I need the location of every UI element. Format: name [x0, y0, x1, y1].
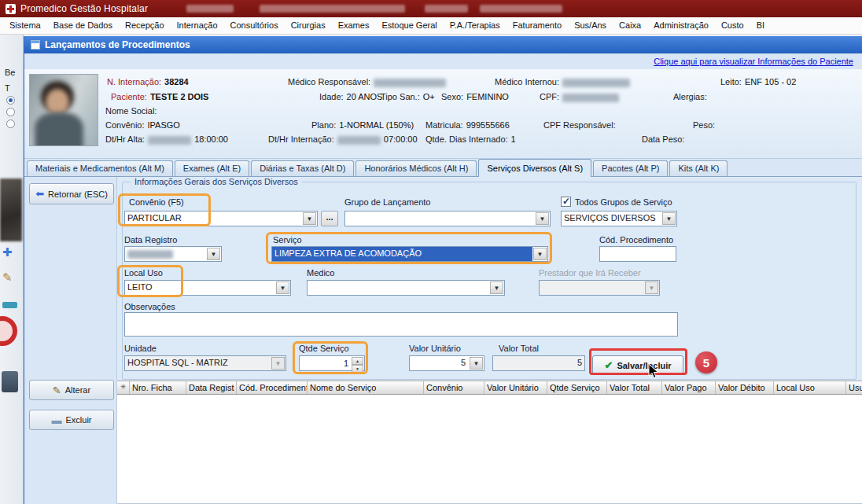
col-local-uso[interactable]: Local Uso [774, 381, 846, 394]
prestador-combo: ▼ [539, 280, 660, 296]
menu-item-base-de-dados[interactable]: Base de Dados [47, 17, 119, 34]
toolbar-icon[interactable] [2, 302, 17, 308]
local-uso-combo[interactable]: LEITO ▼ [124, 280, 291, 296]
app-title: Promedico Gestão Hospitalar [20, 3, 148, 14]
chevron-down-icon[interactable]: ▼ [470, 357, 483, 370]
clock-icon[interactable] [0, 316, 17, 346]
patient-field-matricula: Matricula:999555666 [425, 120, 510, 130]
patient-field-idade: Idade:20 ANOS [319, 92, 382, 101]
servico-combo[interactable]: LIMPEZA EXTRA DE ACOMODAÇÃO ▼ [271, 246, 548, 262]
chevron-down-icon[interactable]: ▼ [533, 248, 547, 260]
spin-up-icon[interactable]: ▲ [352, 357, 363, 365]
menu-item-faturamento[interactable]: Faturamento [507, 17, 568, 34]
patient-field-tipo-sanguineo: Tipo San.:O+ [381, 92, 435, 101]
radio-option[interactable] [6, 120, 15, 128]
tab-materiais-medicamentos[interactable]: Materiais e Medicamentos (Alt M) [27, 160, 173, 176]
menu-item-administracao[interactable]: Administração [647, 17, 715, 34]
col-qtde-servico[interactable]: Qtde Serviço [547, 381, 607, 394]
menu-item-consultorios[interactable]: Consultórios [224, 17, 285, 34]
col-convenio[interactable]: Convênio [424, 381, 484, 394]
tab-honorarios-medicos[interactable]: Honorários Médicos (Alt H) [355, 160, 477, 176]
convenio-browse-button[interactable]: ... [321, 211, 338, 226]
valor-unitario-label: Valor Unitário [409, 344, 461, 353]
redacted-text [480, 5, 562, 13]
patient-field-leito: Leito:ENF 105 - 02 [720, 77, 796, 86]
redacted-text [260, 5, 405, 13]
tab-pacotes[interactable]: Pacotes (Alt P) [593, 160, 668, 176]
col-valor-unitario[interactable]: Valor Unitário [484, 381, 547, 394]
medico-combo[interactable]: ▼ [307, 280, 505, 296]
patient-field-convenio: Convênio:IPASGO [105, 120, 180, 130]
radio-option[interactable] [6, 96, 15, 105]
menu-item-recepcao[interactable]: Recepção [119, 17, 171, 34]
observacoes-label: Observações [124, 302, 175, 311]
patient-field-sexo: Sexo:FEMININO [441, 92, 509, 101]
col-valor-pago[interactable]: Valor Pago [662, 381, 716, 394]
col-valor-debito[interactable]: Valor Débito [716, 381, 774, 394]
patient-field-dt-hr-internacao: Dt/Hr Internação:07:00:00 [268, 134, 418, 145]
observacoes-textarea[interactable] [124, 312, 678, 337]
patient-photo [29, 74, 98, 146]
valor-unitario-combo[interactable]: 5 ▼ [409, 355, 484, 371]
menu-item-internacao[interactable]: Internação [171, 17, 224, 34]
redacted-value [374, 79, 446, 87]
servico-value: LIMPEZA EXTRA DE ACOMODAÇÃO [272, 247, 532, 261]
grupo-lancamento-combo[interactable]: ▼ [344, 211, 551, 226]
results-table-body[interactable] [117, 395, 862, 504]
menu-item-sistema[interactable]: Sistema [3, 17, 47, 34]
chevron-down-icon[interactable]: ▼ [303, 212, 316, 225]
col-nro-ficha[interactable]: Nro. Ficha [130, 381, 186, 394]
menu-item-bi[interactable]: BI [750, 17, 771, 34]
col-valor-total[interactable]: Valor Total [607, 381, 662, 394]
chevron-down-icon[interactable]: ▼ [207, 248, 220, 260]
col-usuario[interactable]: Usuá [846, 381, 862, 394]
menu-item-exames[interactable]: Exames [332, 17, 376, 34]
unidade-combo[interactable]: HOSPITAL SQL - MATRIZ ▼ [124, 355, 286, 371]
chevron-down-icon[interactable]: ▼ [490, 281, 503, 294]
convenio-label: Convênio (F5) [129, 197, 184, 207]
tab-servicos-diversos[interactable]: Serviços Diversos (Alt S) [478, 159, 591, 177]
chevron-down-icon[interactable]: ▼ [536, 212, 549, 225]
menu-item-estoque-geral[interactable]: Estoque Geral [375, 17, 443, 34]
qtde-servico-stepper[interactable]: 1 ▲ ▼ [299, 355, 365, 371]
convenio-combo[interactable]: PARTICULAR ▼ [124, 211, 318, 226]
window-icon [31, 40, 40, 50]
retornar-label: Retornar (ESC) [48, 189, 108, 199]
redacted-value [562, 79, 630, 87]
alterar-button[interactable]: ✎ Alterar [29, 380, 114, 400]
tab-diarias-taxas[interactable]: Diárias e Taxas (Alt D) [251, 160, 354, 176]
grupo-servico-combo[interactable]: SERVIÇOS DIVERSOS ▼ [561, 211, 677, 226]
printer-icon[interactable] [2, 371, 18, 392]
patient-info-link[interactable]: Clique aqui para visualizar Informações … [654, 57, 853, 66]
salvar-incluir-label: Salvar/Incluir [617, 361, 671, 370]
menu-item-custo[interactable]: Custo [715, 17, 750, 34]
patient-field-medico-responsavel: Médico Responsável: [288, 77, 446, 87]
radio-option[interactable] [6, 108, 15, 116]
unidade-value: HOSPITAL SQL - MATRIZ [125, 356, 271, 370]
menu-item-pa-terapias[interactable]: P.A./Terapias [444, 17, 507, 34]
excluir-button[interactable]: ▬ Excluir [29, 410, 114, 430]
spin-down-icon[interactable]: ▼ [352, 365, 363, 373]
pencil-icon[interactable]: ✎ [2, 270, 13, 285]
chevron-down-icon[interactable]: ▼ [276, 281, 289, 294]
menu-item-sus-ans[interactable]: Sus/Ans [568, 17, 613, 34]
salvar-incluir-button[interactable]: ✔ Salvar/Incluir [592, 355, 683, 375]
eraser-icon: ▬ [51, 415, 61, 425]
menu-item-caixa[interactable]: Caixa [613, 17, 647, 34]
add-icon[interactable]: ✚ [2, 245, 13, 259]
tab-exames[interactable]: Exames (Alt E) [175, 160, 249, 176]
col-nome-servico[interactable]: Nome do Serviço [308, 381, 424, 394]
col-data-registro[interactable]: Data Regist [186, 381, 237, 394]
col-cod-procedimento[interactable]: Cód. Procediment [237, 381, 308, 394]
data-registro-combo[interactable]: ▼ [124, 246, 222, 262]
grupo-lancamento-value [345, 212, 535, 226]
todos-grupos-label[interactable]: Todos Grupos de Serviço [575, 197, 672, 207]
chevron-down-icon[interactable]: ▼ [662, 212, 676, 225]
cod-procedimento-input[interactable] [599, 246, 676, 262]
tab-kits[interactable]: Kits (Alt K) [669, 160, 728, 176]
menu-item-cirurgias[interactable]: Cirurgias [285, 17, 332, 34]
todos-grupos-checkbox[interactable] [561, 197, 571, 207]
patient-field-peso: Peso: [693, 120, 718, 130]
retornar-button[interactable]: ⬅ Retornar (ESC) [29, 183, 114, 204]
chevron-down-icon[interactable]: ▼ [271, 357, 285, 370]
